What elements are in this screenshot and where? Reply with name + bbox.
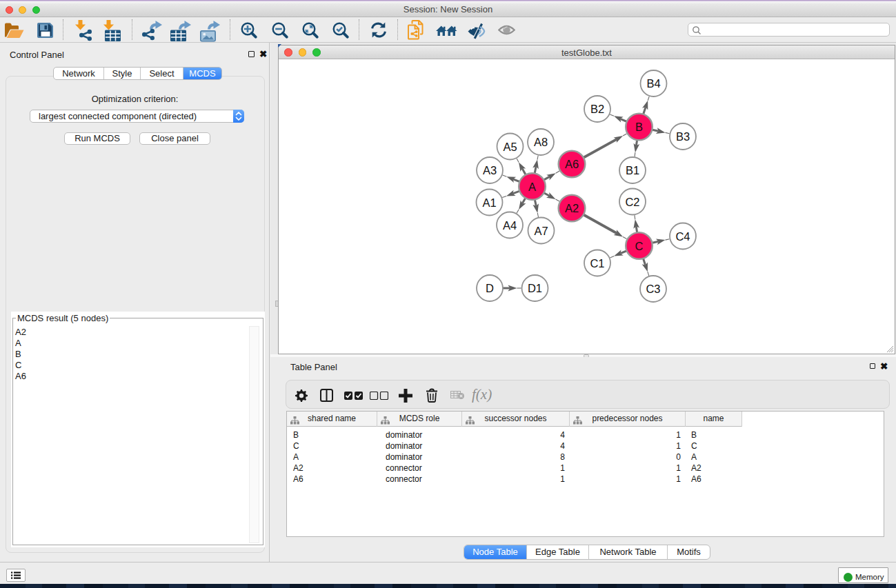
svg-text:A4: A4 <box>503 219 517 232</box>
svg-text:B3: B3 <box>676 130 690 143</box>
svg-text:C1: C1 <box>590 257 604 270</box>
svg-text:B4: B4 <box>646 77 660 90</box>
svg-text:B1: B1 <box>626 164 639 176</box>
svg-text:A: A <box>528 181 536 193</box>
svg-text:A2: A2 <box>565 202 579 214</box>
svg-text:D1: D1 <box>528 282 542 294</box>
svg-text:A8: A8 <box>534 136 548 148</box>
svg-text:A5: A5 <box>503 141 517 153</box>
svg-text:D: D <box>486 282 494 294</box>
svg-text:C3: C3 <box>646 283 660 295</box>
svg-text:A3: A3 <box>483 164 497 176</box>
svg-text:f(x): f(x) <box>472 388 492 403</box>
svg-text:A6: A6 <box>565 158 579 170</box>
svg-text:C2: C2 <box>625 196 639 208</box>
svg-text:C: C <box>635 240 644 252</box>
svg-text:B2: B2 <box>590 103 604 115</box>
svg-text:A1: A1 <box>482 196 496 209</box>
svg-text:B: B <box>635 121 643 133</box>
svg-text:C4: C4 <box>675 230 690 243</box>
svg-text:A7: A7 <box>534 225 548 237</box>
